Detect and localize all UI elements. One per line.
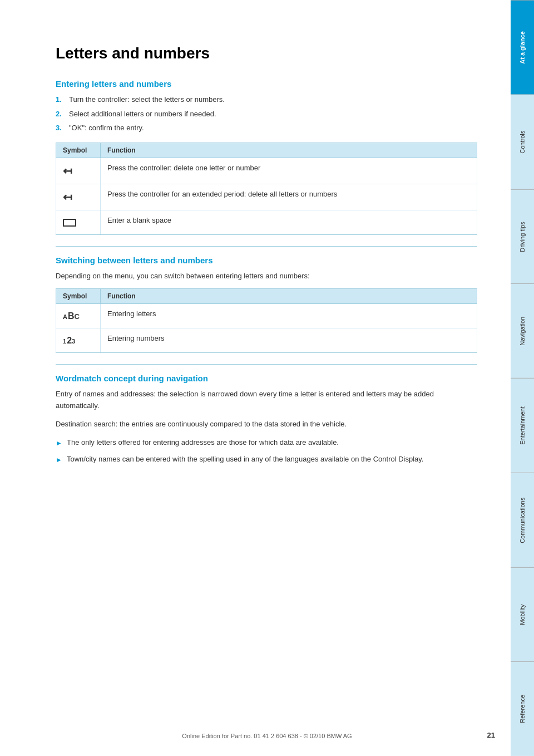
- table-row: ↤ Press the controller for an extended p…: [56, 184, 477, 210]
- bullet-text-2: Town/city names can be entered with the …: [67, 454, 423, 465]
- bullet-text-1: The only letters offered for entering ad…: [67, 437, 339, 448]
- symbol-123: 123: [56, 328, 101, 353]
- main-content: Letters and numbers Entering letters and…: [0, 0, 511, 756]
- abc-icon: ABC: [63, 312, 80, 321]
- divider-1: [56, 246, 477, 247]
- function-text-1: Press the controller: delete one letter …: [101, 158, 477, 184]
- bullet-arrow-icon-2: ►: [56, 455, 62, 465]
- space-icon: [63, 219, 76, 227]
- step-3-text: "OK": confirm the entry.: [69, 122, 144, 134]
- sidebar-tab-label-mobility: Mobility: [519, 604, 526, 625]
- sidebar-tab-label-controls: Controls: [519, 131, 526, 154]
- sidebar: At a glance Controls Driving tips Naviga…: [511, 0, 534, 756]
- numbers-icon: 123: [63, 336, 75, 345]
- section3-heading: Wordmatch concept during navigation: [56, 374, 477, 383]
- table-row: ↤ Press the controller: delete one lette…: [56, 158, 477, 184]
- symbol-table-2: Symbol Function ABC Entering letters: [56, 288, 477, 353]
- table-row: ABC Entering letters: [56, 304, 477, 328]
- table2-col-function: Function: [101, 289, 477, 304]
- sidebar-tab-at-a-glance[interactable]: At a glance: [511, 0, 534, 95]
- step-2: 2. Select additional letters or numbers …: [56, 109, 477, 120]
- symbol-abc: ABC: [56, 304, 101, 328]
- bullet-item-2: ► Town/city names can be entered with th…: [56, 454, 477, 465]
- step-1-text: Turn the controller: select the letters …: [69, 94, 225, 105]
- sidebar-tab-label-entertainment: Entertainment: [519, 406, 526, 444]
- symbol-table-1: Symbol Function ↤ Press the controller: …: [56, 143, 477, 235]
- table-row: 123 Entering numbers: [56, 328, 477, 353]
- symbol-backspace-single: ↤: [56, 158, 101, 184]
- function-text-3: Enter a blank space: [101, 210, 477, 234]
- sidebar-tab-label-reference: Reference: [519, 695, 526, 723]
- sidebar-tab-label-navigation: Navigation: [519, 317, 526, 346]
- sidebar-tab-entertainment[interactable]: Entertainment: [511, 378, 534, 473]
- page-title: Letters and numbers: [56, 45, 477, 62]
- step-2-num: 2.: [56, 109, 65, 120]
- section3-para2: Destination search: the entries are cont…: [56, 419, 477, 430]
- backspace-long-icon: ↤: [63, 189, 72, 205]
- sidebar-tab-label-at-a-glance: At a glance: [519, 31, 526, 64]
- symbol-backspace-long: ↤: [56, 184, 101, 210]
- sidebar-tab-label-communications: Communications: [519, 497, 526, 543]
- sidebar-tab-reference[interactable]: Reference: [511, 661, 534, 756]
- sidebar-tab-controls[interactable]: Controls: [511, 95, 534, 189]
- steps-list: 1. Turn the controller: select the lette…: [56, 94, 477, 134]
- sidebar-tab-label-driving-tips: Driving tips: [519, 222, 526, 252]
- function-text-123: Entering numbers: [101, 328, 477, 353]
- section1-heading: Entering letters and numbers: [56, 79, 477, 89]
- table1-col-symbol: Symbol: [56, 143, 101, 158]
- step-3: 3. "OK": confirm the entry.: [56, 122, 477, 134]
- table-row: Enter a blank space: [56, 210, 477, 234]
- step-2-text: Select additional letters or numbers if …: [69, 109, 216, 120]
- section2-intro: Depending on the menu, you can switch be…: [56, 271, 477, 282]
- function-text-abc: Entering letters: [101, 304, 477, 328]
- bullet-item-1: ► The only letters offered for entering …: [56, 437, 477, 448]
- bullet-list: ► The only letters offered for entering …: [56, 437, 477, 465]
- table1-col-function: Function: [101, 143, 477, 158]
- table2-col-symbol: Symbol: [56, 289, 101, 304]
- sidebar-tab-communications[interactable]: Communications: [511, 473, 534, 567]
- backspace-single-icon: ↤: [63, 163, 72, 179]
- step-1: 1. Turn the controller: select the lette…: [56, 94, 477, 105]
- symbol-space: [56, 210, 101, 234]
- sidebar-tab-driving-tips[interactable]: Driving tips: [511, 189, 534, 284]
- step-1-num: 1.: [56, 94, 65, 105]
- page-container: Letters and numbers Entering letters and…: [0, 0, 534, 756]
- step-3-num: 3.: [56, 122, 65, 134]
- section3-para1: Entry of names and addresses: the select…: [56, 389, 477, 412]
- page-number: 21: [487, 731, 495, 739]
- bullet-arrow-icon-1: ►: [56, 438, 62, 448]
- sidebar-tab-mobility[interactable]: Mobility: [511, 567, 534, 662]
- function-text-2: Press the controller for an extended per…: [101, 184, 477, 210]
- sidebar-tab-navigation[interactable]: Navigation: [511, 283, 534, 378]
- footer-text: Online Edition for Part no. 01 41 2 604 …: [56, 733, 478, 739]
- divider-2: [56, 364, 477, 365]
- section2-heading: Switching between letters and numbers: [56, 256, 477, 265]
